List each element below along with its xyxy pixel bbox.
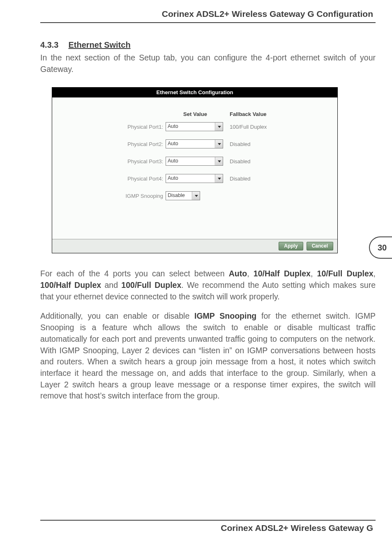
- port3-select[interactable]: Auto: [166, 157, 223, 166]
- port2-fallback: Disabled: [225, 141, 282, 147]
- col-fallback-value: Fallback Value: [225, 111, 278, 117]
- page-number-badge: 30: [369, 236, 392, 259]
- port-row: Physical Port4: Auto Disabled: [122, 170, 337, 187]
- ethernet-switch-panel: Ethernet Switch Configuration Set Value …: [52, 87, 338, 253]
- port-row: Physical Port3: Auto Disabled: [122, 153, 337, 170]
- panel-title: Ethernet Switch Configuration: [52, 88, 337, 97]
- chevron-down-icon[interactable]: [215, 123, 223, 131]
- igmp-value: Disable: [166, 192, 192, 200]
- port-row: Physical Port1: Auto 100/Full Duplex: [122, 118, 337, 135]
- cancel-button[interactable]: Cancel: [307, 242, 333, 250]
- chevron-down-icon[interactable]: [192, 192, 200, 200]
- section-heading: 4.3.3Ethernet Switch: [40, 40, 376, 50]
- port1-select[interactable]: Auto: [166, 122, 223, 131]
- section-number: 4.3.3: [40, 40, 58, 50]
- page-footer: Corinex ADSL2+ Wireless Gateway G: [40, 520, 376, 533]
- port4-label: Physical Port4:: [122, 176, 163, 182]
- port2-select[interactable]: Auto: [166, 139, 223, 148]
- paragraph-igmp: Additionally, you can enable or disable …: [40, 310, 376, 402]
- page-header: Corinex ADSL2+ Wireless Gateway G Config…: [40, 9, 376, 23]
- port1-value: Auto: [166, 123, 215, 131]
- port3-value: Auto: [166, 157, 215, 165]
- igmp-row: IGMP Snooping Disable: [122, 187, 337, 204]
- intro-text: In the next section of the Setup tab, yo…: [40, 52, 376, 75]
- chevron-down-icon[interactable]: [215, 157, 223, 165]
- port4-select[interactable]: Auto: [166, 174, 223, 183]
- chevron-down-icon[interactable]: [215, 174, 223, 183]
- chevron-down-icon[interactable]: [215, 140, 223, 148]
- port2-value: Auto: [166, 140, 215, 148]
- col-set-value: Set Value: [163, 111, 225, 117]
- port1-fallback: 100/Full Duplex: [225, 124, 282, 130]
- port3-fallback: Disabled: [225, 158, 282, 164]
- igmp-select[interactable]: Disable: [166, 191, 200, 200]
- section-title: Ethernet Switch: [68, 40, 130, 49]
- port2-label: Physical Port2:: [122, 141, 163, 147]
- port3-label: Physical Port3:: [122, 158, 163, 164]
- igmp-label: IGMP Snooping: [122, 193, 163, 199]
- port1-label: Physical Port1:: [122, 124, 163, 130]
- port4-value: Auto: [166, 174, 215, 183]
- paragraph-ports: For each of the 4 ports you can select b…: [40, 268, 376, 302]
- port4-fallback: Disabled: [225, 176, 282, 182]
- apply-button[interactable]: Apply: [279, 242, 303, 250]
- port-row: Physical Port2: Auto Disabled: [122, 135, 337, 153]
